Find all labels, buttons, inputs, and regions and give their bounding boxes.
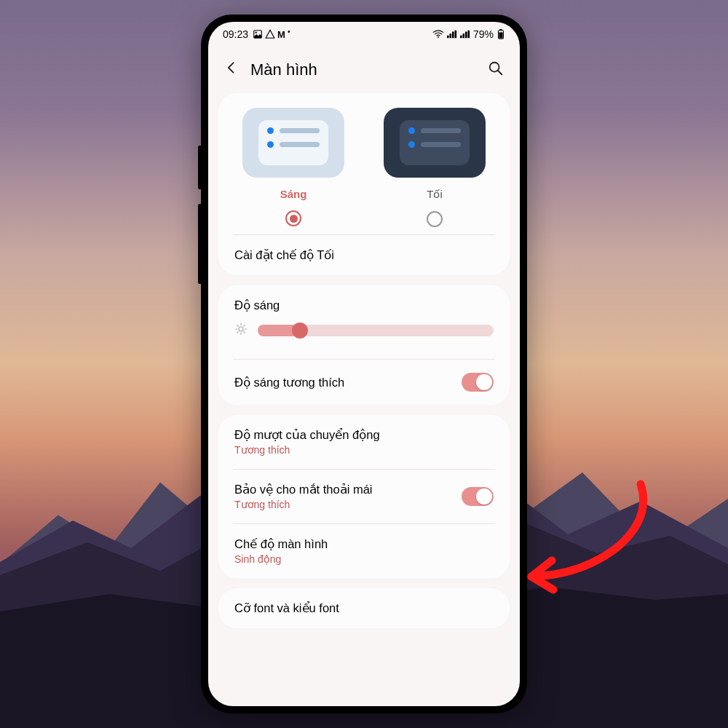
brightness-slider[interactable]: [258, 323, 494, 338]
phone-screen: 09:23 M • 79% Màn hình: [208, 22, 520, 706]
svg-rect-5: [452, 32, 454, 39]
back-button[interactable]: [221, 58, 242, 82]
search-icon: [488, 60, 504, 76]
motion-smoothness-label: Độ mượt của chuyển động: [234, 428, 380, 442]
svg-line-15: [498, 70, 502, 74]
chevron-left-icon: [224, 60, 239, 75]
theme-option-dark[interactable]: Tối: [371, 108, 498, 227]
adaptive-brightness-row[interactable]: Độ sáng tương thích: [218, 360, 510, 405]
page-title: Màn hình: [250, 60, 476, 79]
theme-option-light[interactable]: Sáng: [230, 108, 357, 227]
svg-rect-12: [499, 29, 502, 31]
font-size-label: Cỡ font và kiểu font: [234, 601, 339, 615]
svg-rect-4: [449, 33, 451, 38]
adaptive-brightness-label: Độ sáng tương thích: [234, 376, 344, 389]
phone-frame: 09:23 M • 79% Màn hình: [201, 15, 527, 713]
motion-smoothness-value: Tương thích: [234, 444, 380, 456]
light-theme-label: Sáng: [280, 188, 307, 200]
phone-power-button: [198, 204, 201, 284]
svg-line-22: [244, 332, 245, 333]
brightness-label: Độ sáng: [234, 298, 494, 312]
font-card: Cỡ font và kiểu font: [218, 588, 510, 628]
screen-mode-label: Chế độ màn hình: [234, 537, 328, 551]
adaptive-brightness-toggle[interactable]: [462, 373, 494, 392]
svg-rect-8: [462, 33, 464, 38]
svg-rect-3: [447, 36, 449, 39]
eye-comfort-toggle[interactable]: [462, 487, 494, 506]
signal-icon: [447, 30, 457, 39]
settings-content: Sáng Tối: [208, 93, 520, 628]
light-theme-radio[interactable]: [285, 210, 301, 226]
svg-rect-9: [465, 32, 467, 39]
svg-point-16: [239, 327, 243, 331]
display-options-card: Độ mượt của chuyển động Tương thích Bảo …: [218, 415, 510, 578]
page-header: Màn hình: [208, 47, 520, 93]
svg-line-21: [237, 325, 239, 327]
battery-percent: 79%: [473, 28, 494, 40]
motion-smoothness-row[interactable]: Độ mượt của chuyển động Tương thích: [218, 415, 510, 469]
brightness-icon: [234, 323, 248, 339]
search-button[interactable]: [485, 58, 507, 83]
screen-mode-row[interactable]: Chế độ màn hình Sinh động: [218, 524, 510, 578]
svg-rect-7: [460, 36, 462, 39]
svg-point-2: [438, 36, 439, 38]
dark-theme-label: Tối: [427, 188, 443, 201]
screen-mode-value: Sinh động: [234, 553, 328, 565]
signal-icon-2: [460, 30, 470, 39]
wifi-icon: [432, 30, 444, 39]
eye-comfort-value: Tương thích: [234, 499, 372, 510]
status-left-icons: M •: [253, 29, 290, 40]
phone-volume-button: [198, 146, 201, 189]
svg-rect-13: [499, 32, 502, 38]
theme-card: Sáng Tối: [218, 93, 510, 275]
font-size-row[interactable]: Cỡ font và kiểu font: [218, 588, 510, 628]
eye-comfort-row[interactable]: Bảo vệ cho mắt thoải mái Tương thích: [218, 470, 510, 523]
svg-rect-10: [467, 31, 470, 39]
dark-theme-radio[interactable]: [427, 211, 443, 227]
svg-point-1: [256, 31, 257, 33]
dark-theme-preview: [384, 108, 486, 178]
light-theme-preview: [242, 108, 344, 178]
eye-comfort-label: Bảo vệ cho mắt thoải mái: [234, 483, 372, 496]
status-time: 09:23: [223, 28, 248, 40]
svg-rect-6: [454, 31, 456, 39]
svg-line-23: [237, 332, 239, 333]
brightness-card: Độ sáng Độ sáng tương thích: [218, 285, 510, 405]
dark-mode-settings-label: Cài đặt chế độ Tối: [234, 248, 334, 262]
status-bar: 09:23 M • 79%: [208, 22, 520, 47]
dark-mode-settings-row[interactable]: Cài đặt chế độ Tối: [218, 235, 510, 275]
battery-icon: [496, 29, 505, 39]
svg-line-24: [244, 325, 245, 327]
